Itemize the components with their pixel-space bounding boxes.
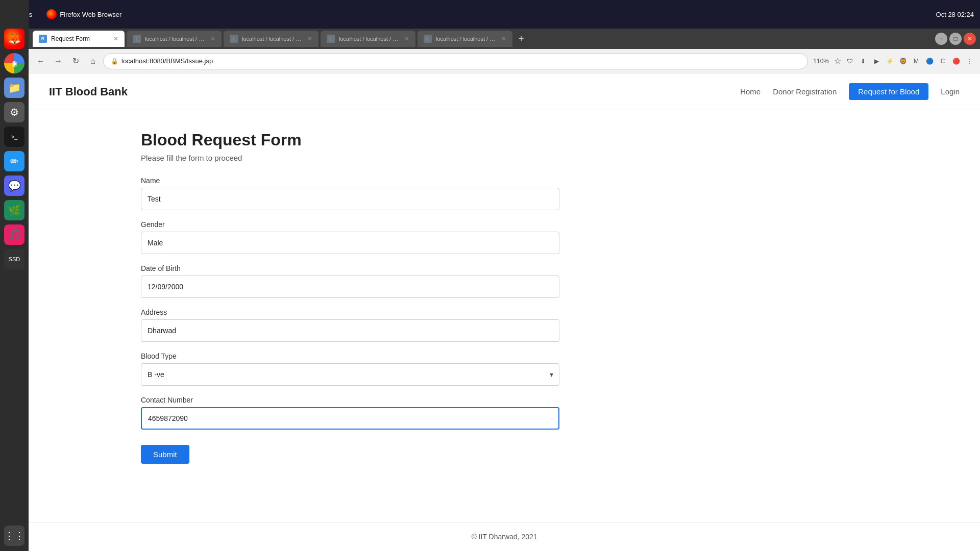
name-input[interactable]	[141, 188, 559, 210]
sidebar-chrome-icon[interactable]: ◉	[4, 53, 24, 73]
minimize-button[interactable]: −	[935, 33, 947, 45]
address-input[interactable]	[141, 319, 559, 342]
sidebar-apps-grid-icon[interactable]: ⋮⋮	[4, 525, 24, 546]
tab-favicon-active: R	[39, 35, 47, 43]
site-nav: Home Donor Registration Request for Bloo…	[740, 83, 960, 100]
sidebar-terminal-icon[interactable]: >_	[4, 127, 24, 147]
browser-indicator: Firefox Web Browser	[46, 9, 121, 19]
ext-1[interactable]: ⚡	[884, 56, 895, 67]
name-label: Name	[141, 177, 868, 185]
tab-label-active: Request Form	[51, 35, 90, 42]
tab-close-active[interactable]: ✕	[113, 35, 118, 42]
blood-type-select[interactable]: A +ve A -ve B +ve B -ve AB +ve AB -ve O …	[141, 363, 559, 386]
sidebar-sound-icon[interactable]: 🎵	[4, 224, 24, 245]
tab-favicon-3: L	[327, 35, 335, 43]
dob-input[interactable]	[141, 276, 559, 298]
gender-input[interactable]	[141, 232, 559, 254]
footer-copyright: © IIT Dharwad, 2021	[471, 533, 537, 541]
page-content: IIT Blood Bank Home Donor Registration R…	[29, 73, 980, 551]
nav-request-blood[interactable]: Request for Blood	[849, 83, 928, 100]
ext-shield-icon[interactable]: 🛡	[844, 56, 855, 67]
sidebar-gear-icon[interactable]: ⚙	[4, 102, 24, 122]
nav-login[interactable]: Login	[941, 87, 960, 96]
ext-2[interactable]: 🦁	[897, 56, 909, 67]
dob-field-group: Date of Birth	[141, 264, 868, 298]
refresh-button[interactable]: ↻	[68, 54, 83, 68]
tab-label-1: localhost / localhost / bl...	[145, 36, 206, 42]
sidebar-firefox-icon[interactable]: 🦊	[4, 29, 24, 49]
zoom-level: 110%	[811, 58, 831, 65]
site-header: IIT Blood Bank Home Donor Registration R…	[29, 73, 980, 110]
submit-button[interactable]: Submit	[141, 445, 189, 464]
tab-close-1[interactable]: ✕	[210, 35, 215, 42]
nav-donor-registration[interactable]: Donor Registration	[773, 87, 837, 96]
os-sidebar: 🦊 ◉ 📁 ⚙ >_ ✏ 💬 🌿 🎵 SSD ⋮⋮	[0, 0, 29, 551]
site-footer: © IIT Dharwad, 2021	[29, 522, 980, 551]
browser-window: R Request Form ✕ L localhost / localhost…	[29, 29, 980, 551]
sidebar-files-icon[interactable]: 📁	[4, 78, 24, 98]
gender-field-group: Gender	[141, 220, 868, 254]
url-display: localhost:8080/BBMS/Issue.jsp	[121, 57, 213, 65]
address-label: Address	[141, 308, 868, 316]
ext-3[interactable]: M	[911, 56, 922, 67]
blood-type-select-wrapper: A +ve A -ve B +ve B -ve AB +ve AB -ve O …	[141, 363, 559, 386]
tab-label-2: localhost / localhost / bl...	[242, 36, 303, 42]
dob-label: Date of Birth	[141, 264, 868, 272]
main-form-area: Blood Request Form Please fill the form …	[29, 110, 980, 522]
ext-5[interactable]: C	[937, 56, 948, 67]
nav-home[interactable]: Home	[740, 87, 761, 96]
tab-close-4[interactable]: ✕	[501, 35, 506, 42]
sidebar-inkscape-icon[interactable]: 🌿	[4, 200, 24, 220]
browser-extensions: 🛡 ⬇ ▶ ⚡ 🦁 M 🔵 C 🔴 ⋮	[844, 56, 975, 67]
bookmark-button[interactable]: ☆	[834, 56, 841, 66]
tab-label-4: localhost / localhost / bl...	[436, 36, 497, 42]
tab-label-3: localhost / localhost / bl...	[339, 36, 400, 42]
maximize-button[interactable]: □	[949, 33, 962, 45]
ext-6[interactable]: 🔴	[950, 56, 962, 67]
clock-display: Oct 28 02:24	[936, 11, 974, 18]
back-button[interactable]: ←	[34, 54, 48, 68]
lock-icon: 🔒	[111, 58, 118, 65]
site-logo: IIT Blood Bank	[49, 85, 128, 98]
tab-close-3[interactable]: ✕	[404, 35, 409, 42]
browser-name-label: Firefox Web Browser	[60, 11, 121, 18]
os-taskbar: Activities Firefox Web Browser Oct 28 02…	[0, 0, 980, 29]
tab-4[interactable]: L localhost / localhost / bl... ✕	[418, 31, 512, 47]
new-tab-button[interactable]: +	[514, 34, 528, 44]
tab-favicon-2: L	[230, 35, 238, 43]
home-button[interactable]: ⌂	[86, 54, 100, 68]
tab-3[interactable]: L localhost / localhost / bl... ✕	[321, 31, 415, 47]
gender-label: Gender	[141, 220, 868, 229]
ext-download-icon[interactable]: ⬇	[857, 56, 869, 67]
forward-button[interactable]: →	[51, 54, 65, 68]
contact-input[interactable]	[141, 407, 559, 430]
blood-type-field-group: Blood Type A +ve A -ve B +ve B -ve AB +v…	[141, 352, 868, 386]
tab-active[interactable]: R Request Form ✕	[33, 31, 125, 47]
ext-4[interactable]: 🔵	[924, 56, 935, 67]
sidebar-ssd-icon[interactable]: SSD	[4, 249, 24, 269]
blood-type-label: Blood Type	[141, 352, 868, 360]
form-subtitle: Please fill the form to proceed	[141, 154, 868, 162]
ext-grid[interactable]: ⋮	[964, 56, 975, 67]
browser-navbar: ← → ↻ ⌂ 🔒 localhost:8080/BBMS/Issue.jsp …	[29, 49, 980, 73]
contact-label: Contact Number	[141, 396, 868, 404]
sidebar-text-editor-icon[interactable]: ✏	[4, 151, 24, 171]
form-title: Blood Request Form	[141, 131, 868, 149]
contact-field-group: Contact Number	[141, 396, 868, 430]
ext-play-icon[interactable]: ▶	[871, 56, 882, 67]
browser-titlebar: R Request Form ✕ L localhost / localhost…	[29, 29, 980, 49]
address-field-group: Address	[141, 308, 868, 342]
sidebar-discord-icon[interactable]: 💬	[4, 176, 24, 196]
firefox-taskbar-icon	[46, 9, 57, 19]
name-field-group: Name	[141, 177, 868, 210]
tab-close-2[interactable]: ✕	[307, 35, 312, 42]
window-controls: − □ ✕	[935, 33, 976, 45]
tab-2[interactable]: L localhost / localhost / bl... ✕	[224, 31, 318, 47]
tab-favicon-1: L	[133, 35, 141, 43]
address-bar[interactable]: 🔒 localhost:8080/BBMS/Issue.jsp	[103, 53, 808, 69]
tab-1[interactable]: L localhost / localhost / bl... ✕	[127, 31, 222, 47]
close-button[interactable]: ✕	[964, 33, 976, 45]
tab-favicon-4: L	[424, 35, 432, 43]
